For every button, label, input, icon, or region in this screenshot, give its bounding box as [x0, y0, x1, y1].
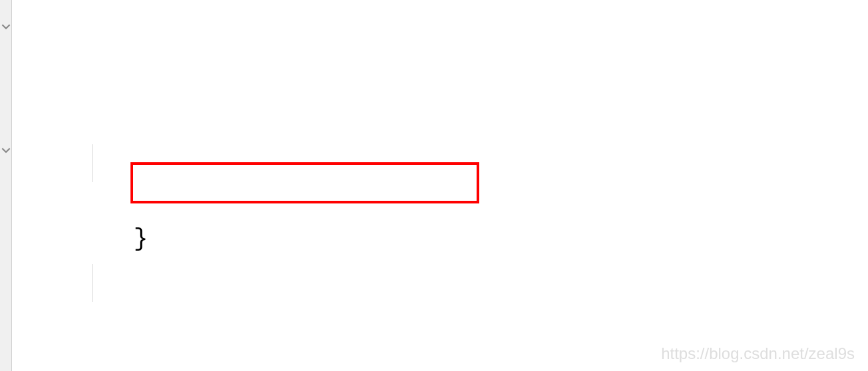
fold-marker-icon[interactable]	[0, 19, 12, 35]
watermark-text: https://blog.csdn.net/zeal9s	[661, 344, 855, 363]
editor-gutter	[0, 0, 12, 371]
brace-close: }	[76, 225, 148, 253]
code-line[interactable]: }	[12, 144, 868, 182]
fold-marker-icon[interactable]	[0, 142, 12, 158]
code-line-blank[interactable]	[12, 264, 868, 302]
code-editor[interactable]: } @Test public void test() { //查询所有的学生 L…	[12, 0, 868, 371]
